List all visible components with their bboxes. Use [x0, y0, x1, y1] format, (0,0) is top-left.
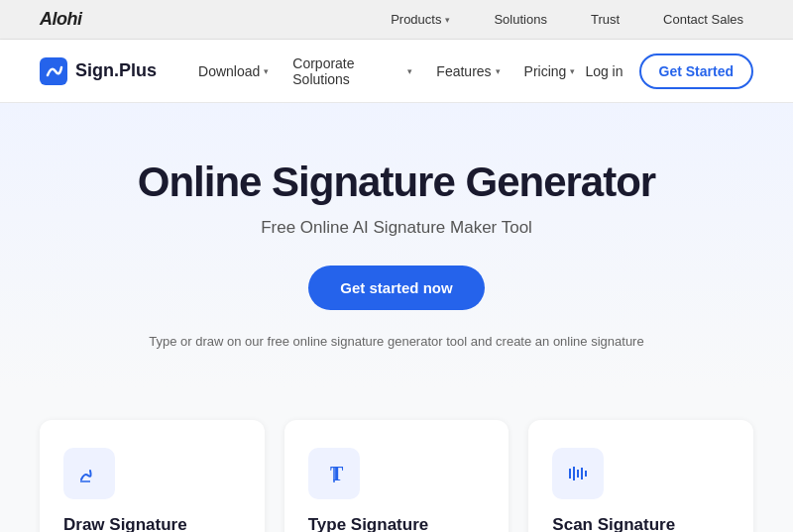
draw-card-title: Draw Signature	[63, 515, 241, 532]
chevron-down-icon: ▾	[570, 66, 575, 76]
nav-actions: Log in Get Started	[585, 53, 753, 89]
cards-section: Draw Signature Use your mouse or trackpa…	[0, 388, 793, 532]
chevron-down-icon: ▾	[496, 66, 501, 76]
scan-icon	[552, 448, 604, 499]
nav-features[interactable]: Features ▾	[426, 57, 510, 85]
hero-section: Online Signature Generator Free Online A…	[0, 103, 793, 388]
type-icon: T	[308, 448, 360, 499]
chevron-down-icon: ▾	[445, 15, 450, 25]
type-signature-card: T Type Signature Type your name, choose …	[284, 420, 510, 532]
hero-cta-button[interactable]: Get started now	[308, 266, 484, 310]
top-nav-products[interactable]: Products ▾	[381, 6, 460, 33]
svg-text:T: T	[330, 463, 344, 484]
chevron-down-icon: ▾	[264, 66, 269, 76]
main-nav: Sign.Plus Download ▾ Corporate Solutions…	[0, 40, 793, 103]
top-bar: Alohi Products ▾ Solutions Trust Contact…	[0, 0, 793, 40]
top-nav-trust[interactable]: Trust	[581, 6, 629, 33]
top-bar-nav: Products ▾ Solutions Trust Contact Sales	[381, 6, 753, 33]
login-button[interactable]: Log in	[585, 63, 623, 79]
nav-pricing[interactable]: Pricing ▾	[514, 57, 586, 85]
hero-subtitle: Free Online AI Signature Maker Tool	[40, 218, 753, 238]
draw-signature-card: Draw Signature Use your mouse or trackpa…	[40, 420, 265, 532]
nav-corporate-solutions[interactable]: Corporate Solutions ▾	[283, 50, 422, 93]
top-nav-contact-sales[interactable]: Contact Sales	[653, 6, 753, 33]
chevron-down-icon: ▾	[407, 66, 412, 76]
svg-rect-6	[577, 470, 579, 478]
hero-title: Online Signature Generator	[40, 159, 753, 206]
brand-logo[interactable]: Sign.Plus	[40, 57, 157, 85]
svg-rect-5	[573, 467, 575, 480]
type-card-title: Type Signature	[308, 515, 486, 532]
scan-card-title: Scan Signature	[552, 515, 730, 532]
svg-rect-7	[581, 468, 583, 479]
scan-signature-card: Scan Signature Draw your original signat…	[528, 420, 753, 532]
hero-description: Type or draw on our free online signatur…	[149, 334, 644, 349]
get-started-nav-button[interactable]: Get Started	[639, 53, 753, 89]
draw-icon	[63, 448, 115, 499]
svg-rect-4	[569, 469, 571, 479]
svg-rect-0	[40, 57, 67, 85]
svg-rect-8	[585, 471, 587, 477]
alohi-logo: Alohi	[40, 9, 82, 30]
signplus-icon	[40, 57, 67, 85]
nav-download[interactable]: Download ▾	[188, 57, 279, 85]
nav-links: Download ▾ Corporate Solutions ▾ Feature…	[188, 50, 585, 93]
top-nav-solutions[interactable]: Solutions	[484, 6, 556, 33]
